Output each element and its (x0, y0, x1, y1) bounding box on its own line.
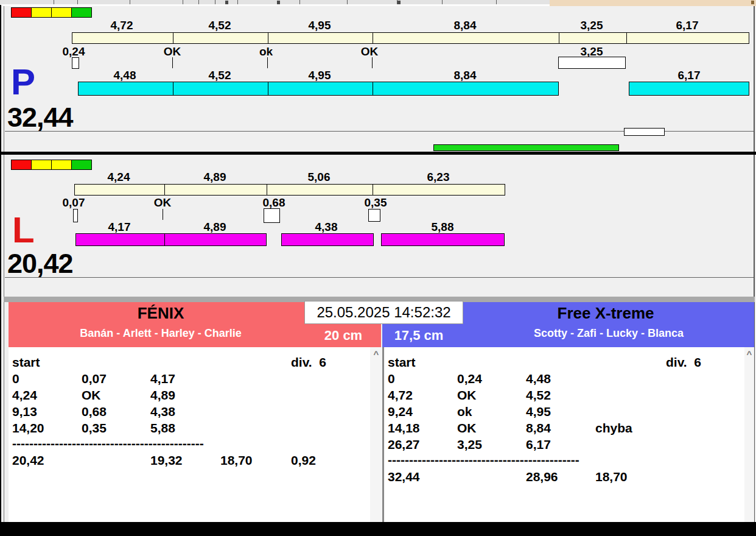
lane-p-run-label: 4,95 (286, 69, 353, 82)
background-window-titlebar[interactable] (550, 0, 756, 6)
team-right-jump-height: 17,5 cm (382, 328, 455, 344)
lane-l-run-bar (381, 233, 505, 246)
tab-white-edge (0, 4, 550, 6)
lane-l-indicator-green (71, 160, 92, 170)
team-right-log-scrollbar[interactable]: ^ (744, 347, 754, 522)
lane-l-planned-label: 6,23 (405, 171, 472, 184)
log-cell-error: chyba (595, 420, 632, 436)
lane-l-status-mark: OK (129, 196, 196, 210)
log-cell: 14,20 (12, 420, 44, 436)
bar-divider (373, 33, 373, 43)
log-total: 0,92 (291, 452, 316, 468)
lane-p-run-label: 4,48 (91, 69, 158, 82)
log-cell: 0,07 (82, 370, 107, 387)
lane-p-run-bar (78, 82, 559, 96)
team-left-jump-height: 20 cm (307, 328, 380, 344)
bar-divider (164, 234, 165, 245)
log-cell: 9,24 (388, 403, 413, 420)
lane-divider (0, 152, 756, 155)
log-cell: 0,68 (82, 403, 107, 420)
log-separator: ----------------------------------------… (388, 451, 612, 468)
lane-l-planned-label: 5,06 (285, 171, 352, 184)
log-cell: 0 (388, 370, 395, 387)
lane-l-fault-marker (264, 208, 280, 223)
lane-l-run-bar (281, 233, 374, 246)
log-cell: 3,25 (457, 436, 482, 453)
log-cell: 6,17 (526, 436, 551, 453)
log-cell: 4,17 (150, 370, 175, 387)
bar-divider (268, 33, 268, 43)
lane-l-planned-bar (74, 184, 505, 196)
lane-l-separator-line (5, 277, 754, 278)
log-cell: ok (457, 403, 472, 420)
team-left-log-scrollbar[interactable]: ^ (370, 347, 382, 522)
log-cell: 0,35 (82, 420, 107, 436)
lane-p-planned-label: 4,95 (286, 19, 353, 32)
lane-p-indicator-red (11, 7, 32, 18)
log-cell: OK (457, 387, 477, 403)
log-cell: 9,13 (12, 403, 37, 420)
bar-divider (559, 33, 559, 43)
log-total: 18,70 (595, 468, 628, 485)
log-cell: 4,89 (150, 387, 175, 403)
log-cell: OK (457, 420, 477, 436)
log-start-header: start (12, 354, 40, 370)
lane-p-status-mark: ok (233, 45, 299, 58)
lane-p-indicator-yellow2 (51, 7, 72, 18)
lane-p-status-mark: 0,24 (40, 45, 107, 58)
bar-divider (173, 33, 173, 43)
team-right-name: Free X-treme (453, 304, 756, 323)
log-cell: 8,84 (526, 420, 551, 436)
lane-p-indicator-yellow1 (31, 7, 52, 18)
scroll-up-icon[interactable]: ^ (370, 350, 382, 359)
lane-l-indicator-yellow1 (31, 160, 52, 170)
lane-l-fault-marker (368, 209, 380, 222)
bar-divider (164, 185, 165, 195)
lane-p-run-label: 6,17 (656, 69, 723, 82)
lane-l-run-label: 4,89 (181, 220, 248, 234)
background-window-strip[interactable] (0, 0, 756, 6)
lane-l-planned-label: 4,89 (181, 171, 248, 184)
lane-p-planned-label: 4,72 (88, 19, 155, 32)
lane-p-run-bar-last (629, 82, 749, 96)
lane-p-planned-label: 8,84 (432, 19, 499, 32)
lane-l-status-mark: 0,35 (342, 196, 409, 210)
lane-p-indicator-green (71, 7, 92, 18)
lane-l-start-marker (73, 209, 78, 222)
datetime-display: 25.05.2025 14:52:32 (304, 301, 463, 324)
lane-l-status-mark: 0,07 (40, 196, 107, 210)
bar-divider (268, 82, 268, 95)
log-start-header: start (388, 354, 416, 370)
lane-l-planned-label: 4,24 (85, 171, 152, 184)
bar-divider (626, 33, 627, 43)
scroll-up-icon[interactable]: ^ (744, 350, 754, 359)
log-total: 20,42 (12, 452, 44, 468)
lane-p-tick (372, 57, 373, 68)
log-separator: ----------------------------------------… (12, 435, 234, 451)
log-cell: 4,48 (526, 370, 551, 387)
lane-p-total: 32,44 (7, 104, 73, 131)
lane-p-run-label: 4,52 (186, 69, 253, 82)
lane-p-planned-label: 3,25 (558, 19, 625, 32)
lane-p-status-mark: OK (336, 45, 403, 58)
lane-l-total: 20,42 (7, 250, 73, 277)
titlebar-glyph (751, 1, 754, 4)
log-total: 28,96 (526, 468, 558, 485)
lane-p-planned-bar (72, 32, 749, 44)
lane-p-planned-label: 6,17 (654, 19, 721, 32)
lane-p-penalty-marker (558, 57, 626, 69)
window-border-left-inner (4, 6, 4, 522)
bottom-black-bar (0, 522, 756, 536)
log-cell: 4,24 (12, 387, 37, 403)
lane-l-tick (163, 209, 163, 220)
team-left-dogs: Banán - Arlett - Harley - Charlie (9, 327, 313, 340)
log-total: 19,32 (150, 452, 183, 468)
log-cell: OK (82, 387, 101, 403)
bar-divider (373, 82, 373, 95)
lane-p-run-label: 8,84 (432, 69, 499, 82)
lane-l-run-label: 5,88 (409, 220, 476, 234)
lane-l-run-label: 4,17 (86, 220, 153, 234)
log-cell: 4,52 (526, 387, 551, 403)
datetime-text: 25.05.2025 14:52:32 (305, 302, 463, 323)
log-cell: 4,95 (526, 403, 551, 420)
